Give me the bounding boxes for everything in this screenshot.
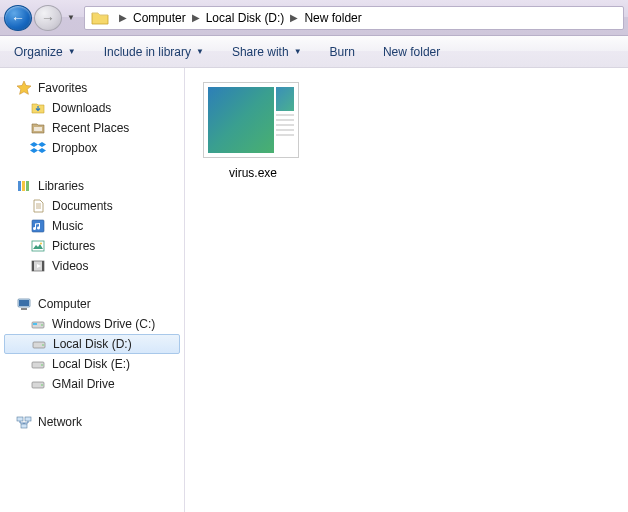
arrow-left-icon: ← bbox=[11, 10, 25, 26]
sidebar: Favorites Downloads Recent Places Dropbo… bbox=[0, 68, 185, 512]
network-header[interactable]: Network bbox=[0, 412, 184, 432]
arrow-right-icon: → bbox=[41, 10, 55, 26]
svg-rect-8 bbox=[32, 261, 34, 271]
sidebar-item-gmail-drive[interactable]: GMail Drive bbox=[0, 374, 184, 394]
libraries-label: Libraries bbox=[38, 179, 84, 193]
sidebar-item-pictures[interactable]: Pictures bbox=[0, 236, 184, 256]
chevron-right-icon: ▶ bbox=[290, 12, 298, 23]
sidebar-item-label: Videos bbox=[52, 259, 88, 273]
svg-rect-11 bbox=[19, 300, 29, 306]
share-with-button[interactable]: Share with ▼ bbox=[232, 45, 302, 59]
breadcrumb-item[interactable]: Local Disk (D:) bbox=[206, 11, 285, 25]
network-icon bbox=[16, 414, 32, 430]
svg-rect-5 bbox=[32, 241, 44, 251]
sidebar-item-label: Local Disk (E:) bbox=[52, 357, 130, 371]
sidebar-item-label: Music bbox=[52, 219, 83, 233]
svg-rect-2 bbox=[22, 181, 25, 191]
breadcrumb-item[interactable]: Computer bbox=[133, 11, 186, 25]
sidebar-item-music[interactable]: Music bbox=[0, 216, 184, 236]
svg-rect-22 bbox=[17, 417, 23, 421]
libraries-icon bbox=[16, 178, 32, 194]
computer-group: Computer Windows Drive (C:) Local Disk (… bbox=[0, 294, 184, 394]
computer-label: Computer bbox=[38, 297, 91, 311]
forward-button[interactable]: → bbox=[34, 5, 62, 31]
sidebar-item-documents[interactable]: Documents bbox=[0, 196, 184, 216]
svg-rect-1 bbox=[18, 181, 21, 191]
organize-label: Organize bbox=[14, 45, 63, 59]
share-label: Share with bbox=[232, 45, 289, 59]
include-in-library-button[interactable]: Include in library ▼ bbox=[104, 45, 204, 59]
new-folder-button[interactable]: New folder bbox=[383, 45, 440, 59]
svg-point-15 bbox=[41, 324, 43, 326]
svg-point-6 bbox=[40, 243, 42, 245]
sidebar-item-label: Recent Places bbox=[52, 121, 129, 135]
sidebar-item-label: Local Disk (D:) bbox=[53, 337, 132, 351]
burn-label: Burn bbox=[330, 45, 355, 59]
sidebar-item-label: Windows Drive (C:) bbox=[52, 317, 155, 331]
chevron-right-icon: ▶ bbox=[119, 12, 127, 23]
svg-point-19 bbox=[41, 364, 43, 366]
chevron-down-icon: ▼ bbox=[67, 13, 75, 22]
svg-rect-4 bbox=[32, 220, 44, 232]
svg-point-17 bbox=[42, 344, 44, 346]
file-name: virus.exe bbox=[203, 166, 303, 180]
sidebar-item-drive-e[interactable]: Local Disk (E:) bbox=[0, 354, 184, 374]
network-group: Network bbox=[0, 412, 184, 432]
chevron-down-icon: ▼ bbox=[68, 47, 76, 56]
drive-icon bbox=[30, 376, 46, 392]
computer-icon bbox=[16, 296, 32, 312]
download-icon bbox=[30, 100, 46, 116]
favorites-label: Favorites bbox=[38, 81, 87, 95]
navigation-bar: ← → ▼ ▶ Computer ▶ Local Disk (D:) ▶ New… bbox=[0, 0, 628, 36]
star-icon bbox=[16, 80, 32, 96]
svg-point-21 bbox=[41, 384, 43, 386]
sidebar-item-drive-d[interactable]: Local Disk (D:) bbox=[4, 334, 180, 354]
favorites-group: Favorites Downloads Recent Places Dropbo… bbox=[0, 78, 184, 158]
drive-icon bbox=[30, 316, 46, 332]
content-pane[interactable]: virus.exe bbox=[185, 68, 628, 512]
libraries-header[interactable]: Libraries bbox=[0, 176, 184, 196]
sidebar-item-recent-places[interactable]: Recent Places bbox=[0, 118, 184, 138]
pictures-icon bbox=[30, 238, 46, 254]
drive-icon bbox=[30, 356, 46, 372]
burn-button[interactable]: Burn bbox=[330, 45, 355, 59]
svg-rect-9 bbox=[42, 261, 44, 271]
recent-places-icon bbox=[30, 120, 46, 136]
drive-icon bbox=[31, 336, 47, 352]
file-item[interactable]: virus.exe bbox=[203, 82, 303, 180]
back-button[interactable]: ← bbox=[4, 5, 32, 31]
dropbox-icon bbox=[30, 140, 46, 156]
main-area: Favorites Downloads Recent Places Dropbo… bbox=[0, 68, 628, 512]
file-thumbnail bbox=[203, 82, 299, 158]
svg-rect-23 bbox=[25, 417, 31, 421]
computer-header[interactable]: Computer bbox=[0, 294, 184, 314]
sidebar-item-downloads[interactable]: Downloads bbox=[0, 98, 184, 118]
svg-rect-0 bbox=[34, 127, 42, 131]
favorites-header[interactable]: Favorites bbox=[0, 78, 184, 98]
folder-icon bbox=[91, 10, 109, 26]
sidebar-item-drive-c[interactable]: Windows Drive (C:) bbox=[0, 314, 184, 334]
sidebar-item-label: Dropbox bbox=[52, 141, 97, 155]
svg-rect-24 bbox=[21, 424, 27, 428]
organize-button[interactable]: Organize ▼ bbox=[14, 45, 76, 59]
svg-rect-12 bbox=[21, 308, 27, 310]
sidebar-item-videos[interactable]: Videos bbox=[0, 256, 184, 276]
chevron-down-icon: ▼ bbox=[196, 47, 204, 56]
sidebar-item-label: Documents bbox=[52, 199, 113, 213]
address-bar[interactable]: ▶ Computer ▶ Local Disk (D:) ▶ New folde… bbox=[84, 6, 624, 30]
chevron-down-icon: ▼ bbox=[294, 47, 302, 56]
network-label: Network bbox=[38, 415, 82, 429]
new-folder-label: New folder bbox=[383, 45, 440, 59]
sidebar-item-dropbox[interactable]: Dropbox bbox=[0, 138, 184, 158]
sidebar-item-label: GMail Drive bbox=[52, 377, 115, 391]
libraries-group: Libraries Documents Music Pictures bbox=[0, 176, 184, 276]
sidebar-item-label: Pictures bbox=[52, 239, 95, 253]
breadcrumb-item[interactable]: New folder bbox=[304, 11, 361, 25]
music-icon bbox=[30, 218, 46, 234]
svg-rect-3 bbox=[26, 181, 29, 191]
svg-rect-14 bbox=[33, 323, 37, 325]
sidebar-item-label: Downloads bbox=[52, 101, 111, 115]
history-dropdown[interactable]: ▼ bbox=[64, 8, 78, 28]
toolbar: Organize ▼ Include in library ▼ Share wi… bbox=[0, 36, 628, 68]
include-label: Include in library bbox=[104, 45, 191, 59]
